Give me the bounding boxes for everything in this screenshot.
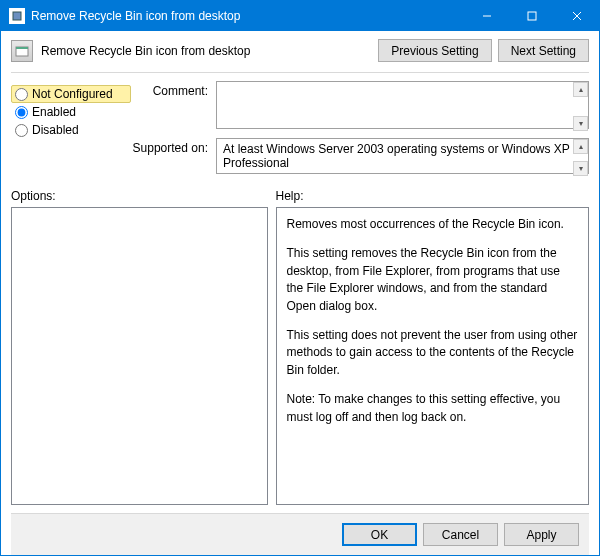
ok-button[interactable]: OK	[342, 523, 417, 546]
app-icon	[9, 8, 25, 24]
cancel-button[interactable]: Cancel	[423, 523, 498, 546]
options-label: Options:	[11, 189, 268, 203]
scroll-down-icon[interactable]: ▾	[573, 116, 588, 131]
previous-setting-button[interactable]: Previous Setting	[378, 39, 491, 62]
minimize-button[interactable]	[464, 1, 509, 31]
help-paragraph: Removes most occurrences of the Recycle …	[287, 216, 579, 233]
svg-rect-2	[528, 12, 536, 20]
radio-not-configured-label: Not Configured	[32, 87, 113, 101]
help-paragraph: This setting removes the Recycle Bin ico…	[287, 245, 579, 315]
comment-label: Comment:	[131, 81, 216, 98]
maximize-button[interactable]	[509, 1, 554, 31]
supported-on-textarea	[216, 138, 589, 174]
radio-not-configured-input[interactable]	[15, 88, 28, 101]
divider	[11, 72, 589, 73]
help-paragraph: Note: To make changes to this setting ef…	[287, 391, 579, 426]
supported-on-label: Supported on:	[131, 138, 216, 155]
titlebar[interactable]: Remove Recycle Bin icon from desktop	[1, 1, 599, 31]
policy-editor-window: Remove Recycle Bin icon from desktop Rem…	[0, 0, 600, 556]
state-radio-group: Not Configured Enabled Disabled	[11, 81, 131, 139]
svg-rect-0	[13, 12, 21, 20]
radio-disabled[interactable]: Disabled	[11, 121, 131, 139]
radio-not-configured[interactable]: Not Configured	[11, 85, 131, 103]
radio-enabled-label: Enabled	[32, 105, 76, 119]
scroll-down-icon[interactable]: ▾	[573, 161, 588, 176]
scroll-up-icon[interactable]: ▴	[573, 82, 588, 97]
dialog-footer: OK Cancel Apply	[11, 513, 589, 555]
radio-disabled-input[interactable]	[15, 124, 28, 137]
dialog-body: Remove Recycle Bin icon from desktop Pre…	[1, 31, 599, 555]
help-pane[interactable]: Removes most occurrences of the Recycle …	[276, 207, 590, 505]
apply-button[interactable]: Apply	[504, 523, 579, 546]
policy-title: Remove Recycle Bin icon from desktop	[41, 44, 370, 58]
radio-enabled-input[interactable]	[15, 106, 28, 119]
next-setting-button[interactable]: Next Setting	[498, 39, 589, 62]
policy-icon	[11, 40, 33, 62]
close-button[interactable]	[554, 1, 599, 31]
help-paragraph: This setting does not prevent the user f…	[287, 327, 579, 379]
svg-rect-6	[16, 47, 28, 49]
options-pane	[11, 207, 268, 505]
window-title: Remove Recycle Bin icon from desktop	[31, 9, 464, 23]
comment-textarea[interactable]	[216, 81, 589, 129]
radio-disabled-label: Disabled	[32, 123, 79, 137]
help-label: Help:	[276, 189, 590, 203]
scroll-up-icon[interactable]: ▴	[573, 139, 588, 154]
radio-enabled[interactable]: Enabled	[11, 103, 131, 121]
